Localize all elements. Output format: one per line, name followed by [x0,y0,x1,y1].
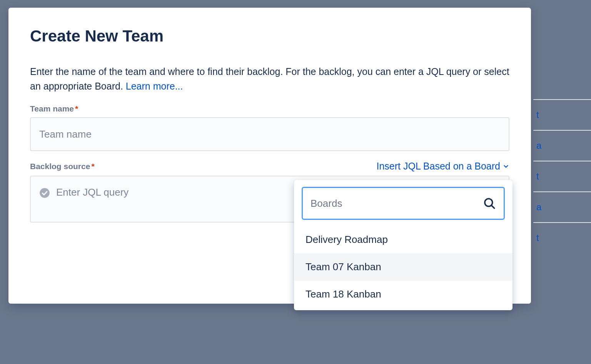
required-asterisk: * [91,162,94,171]
boards-dropdown-option[interactable]: Team 18 Kanban [294,281,513,308]
search-icon [483,197,496,210]
bg-row: t [533,222,591,253]
chevron-down-icon [503,163,509,170]
bg-row: a [533,191,591,222]
required-asterisk: * [75,104,78,113]
backlog-source-label: Backlog source* [30,162,95,171]
boards-search-box[interactable] [302,187,505,220]
boards-dropdown-option[interactable]: Delivery Roadmap [294,226,513,253]
modal-title: Create New Team [30,27,509,45]
learn-more-link[interactable]: Learn more... [126,81,183,91]
svg-point-0 [40,188,50,198]
modal-description-text: Enter the name of the team and where to … [30,66,509,91]
svg-line-2 [491,205,494,208]
insert-jql-label: Insert JQL Based on a Board [377,161,500,172]
team-name-input[interactable] [30,117,509,151]
boards-dropdown: Delivery Roadmap Team 07 Kanban Team 18 … [294,180,513,310]
boards-search-input[interactable] [311,198,483,209]
team-name-label: Team name* [30,104,509,113]
boards-dropdown-option[interactable]: Team 07 Kanban [294,253,513,281]
team-name-label-text: Team name [30,104,74,113]
check-circle-icon [39,188,50,198]
bg-row: t [533,99,591,130]
backlog-source-label-text: Backlog source [30,162,90,171]
bg-row: a [533,130,591,161]
insert-jql-dropdown-trigger[interactable]: Insert JQL Based on a Board [377,161,509,172]
modal-description: Enter the name of the team and where to … [30,65,509,93]
bg-row: t [533,161,591,191]
boards-dropdown-list: Delivery Roadmap Team 07 Kanban Team 18 … [294,226,513,310]
